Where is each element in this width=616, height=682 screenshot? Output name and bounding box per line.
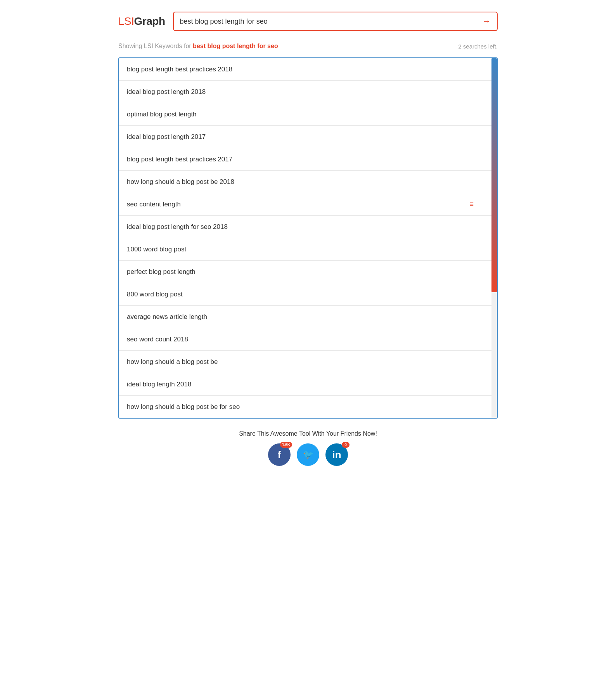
list-item[interactable]: how long should a blog post be for seo≡ [119,396,497,418]
search-bar: → [173,12,498,31]
searches-left: 2 searches left. [458,43,498,50]
logo-graph: Graph [134,15,165,27]
result-text: how long should a blog post be 2018 [127,178,234,186]
list-item[interactable]: ideal blog post length for seo 2018≡ [119,216,497,238]
result-text: ideal blog length 2018 [127,381,191,388]
twitter-icon: 🐦 [303,450,313,460]
result-text: perfect blog post length [127,268,196,276]
subtitle-bar: Showing LSI Keywords for best blog post … [118,43,498,50]
list-item[interactable]: blog post length best practices 2018≡ [119,58,497,81]
list-item[interactable]: blog post length best practices 2017≡ [119,148,497,171]
list-item[interactable]: seo content length≡ [119,193,497,216]
list-item[interactable]: optimal blog post length≡ [119,103,497,126]
search-input[interactable] [180,17,479,26]
result-text: ideal blog post length 2017 [127,133,206,141]
twitter-share-button[interactable]: 🐦 [297,443,319,466]
social-buttons: f 1.6K 🐦 in 0 [118,443,498,466]
subtitle-keyword: best blog post length for seo [193,43,278,49]
result-text: 800 word blog post [127,291,183,298]
share-section: Share This Awesome Tool With Your Friend… [118,430,498,466]
list-item[interactable]: how long should a blog post be 2018≡ [119,171,497,193]
linkedin-share-button[interactable]: in 0 [325,443,348,466]
logo: LSIGraph [118,15,165,28]
result-text: ideal blog post length 2018 [127,88,206,96]
result-text: how long should a blog post be [127,358,218,366]
linkedin-icon: in [332,449,341,461]
subtitle-prefix: Showing LSI Keywords for [118,43,191,49]
scrollbar-thumb[interactable] [491,58,497,292]
result-text: how long should a blog post be for seo [127,403,240,411]
result-text: optimal blog post length [127,111,197,118]
result-text: ideal blog post length for seo 2018 [127,223,228,231]
results-container: blog post length best practices 2018≡ide… [118,57,498,419]
list-item[interactable]: 1000 word blog post≡ [119,238,497,261]
logo-lsi: LSI [118,15,134,27]
results-list: blog post length best practices 2018≡ide… [119,58,497,418]
search-submit-icon[interactable]: → [482,16,491,26]
list-item[interactable]: seo word count 2018≡ [119,328,497,351]
facebook-icon: f [278,449,281,461]
list-item[interactable]: average news article length≡ [119,306,497,328]
list-item[interactable]: ideal blog post length 2018≡ [119,81,497,103]
list-item[interactable]: ideal blog length 2018≡ [119,373,497,396]
result-text: seo word count 2018 [127,336,188,343]
list-item[interactable]: ideal blog post length 2017≡ [119,126,497,148]
result-text: blog post length best practices 2017 [127,156,232,163]
menu-icon[interactable]: ≡ [469,200,474,208]
linkedin-badge: 0 [342,442,350,448]
list-item[interactable]: 800 word blog post≡ [119,283,497,306]
list-item[interactable]: perfect blog post length≡ [119,261,497,283]
subtitle-text: Showing LSI Keywords for best blog post … [118,43,278,50]
scrollbar-track[interactable] [491,58,497,418]
header: LSIGraph → [118,12,498,31]
result-text: blog post length best practices 2018 [127,66,232,73]
share-text: Share This Awesome Tool With Your Friend… [118,430,498,437]
result-text: seo content length [127,201,181,208]
result-text: 1000 word blog post [127,246,186,253]
facebook-badge: 1.6K [280,442,292,448]
result-text: average news article length [127,313,207,321]
facebook-share-button[interactable]: f 1.6K [268,443,291,466]
list-item[interactable]: how long should a blog post be≡ [119,351,497,373]
